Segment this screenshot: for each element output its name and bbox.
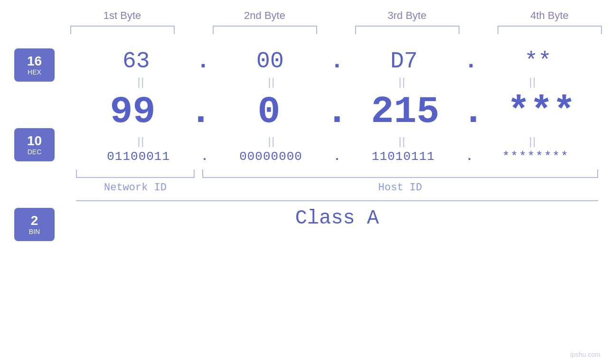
watermark: ipshu.com (570, 351, 601, 358)
dec-byte4: *** (503, 90, 579, 133)
equals-row-1: || || || || (76, 76, 598, 88)
dec-dot1: . (189, 90, 212, 133)
byte1-top-bracket (70, 26, 175, 34)
byte3-header: 3rd Byte (343, 9, 471, 22)
class-label: Class A (76, 207, 598, 230)
byte4-top-bracket (497, 26, 602, 34)
bin-badge: 2 BIN (14, 208, 55, 241)
bottom-labels: Network ID Host ID (76, 182, 598, 194)
hex-byte1: 63 (98, 48, 174, 74)
byte2-top-bracket (213, 26, 317, 34)
bin-dot1: . (201, 149, 208, 164)
equals-row-2: || || || || (76, 135, 598, 148)
bin-dot2: . (333, 149, 341, 164)
bin-byte1: 01100011 (101, 149, 177, 164)
dec-dot3: . (462, 90, 485, 133)
bin-dot3: . (466, 149, 473, 164)
bin-row: 01100011 . 00000000 . 11010111 . *******… (76, 149, 598, 164)
hex-byte2: 00 (232, 48, 308, 74)
hex-dot3: . (464, 48, 478, 74)
hex-badge: 16 HEX (14, 48, 55, 82)
byte4-header: 4th Byte (486, 9, 610, 22)
hex-byte3: D7 (366, 48, 442, 74)
bin-byte2: 00000000 (233, 149, 309, 164)
hex-dot2: . (330, 48, 344, 74)
hex-row: 63 . 00 . D7 . ** (76, 48, 598, 74)
dec-dot2: . (326, 90, 348, 133)
bottom-brackets (76, 169, 598, 178)
dec-byte1: 99 (94, 90, 170, 133)
byte2-header: 2nd Byte (201, 9, 329, 22)
network-bracket (76, 169, 195, 178)
byte3-top-bracket (355, 26, 460, 34)
bin-byte4: ******** (497, 149, 573, 164)
bin-byte3: 11010111 (365, 149, 441, 164)
dec-byte3: 215 (367, 90, 443, 133)
byte1-header: 1st Byte (58, 9, 187, 22)
hex-dot1: . (196, 48, 210, 74)
dec-badge: 10 DEC (14, 128, 55, 161)
dec-byte2: 0 (231, 90, 307, 133)
host-id-label: Host ID (202, 182, 598, 194)
host-bracket (202, 169, 598, 178)
dec-row: 99 . 0 . 215 . *** (76, 90, 598, 133)
class-bracket-line (76, 200, 598, 201)
network-id-label: Network ID (76, 182, 195, 194)
hex-byte4: ** (500, 48, 576, 74)
